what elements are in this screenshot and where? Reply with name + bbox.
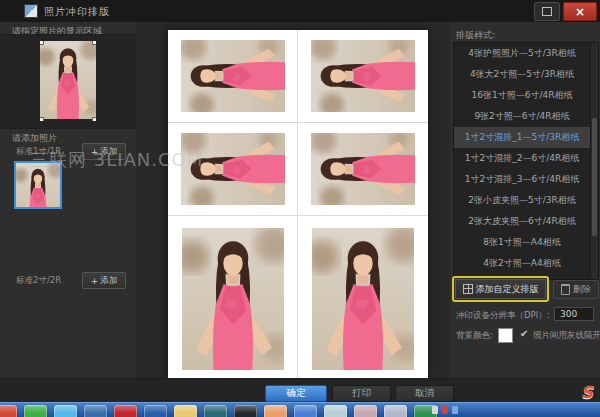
photo-1inch-rotated [311,133,415,205]
left-sidebar: 请指定照片的显示区域 请添加照片 标准1寸/1R + 添加 标准2寸/2R [0,22,137,378]
sheet-cell[interactable] [298,30,428,123]
layout-style-item[interactable]: 8张1寸照—A4相纸 [454,232,590,253]
layout-style-item[interactable]: 9张2寸照—6寸/4R相纸 [454,106,590,127]
resize-handle-topright[interactable] [92,41,96,45]
window-title: 照片冲印排版 [44,5,110,19]
dpi-input[interactable] [554,307,594,321]
footer-bar: 确定 打印 取消 [0,378,600,403]
layout-style-item[interactable]: 4张大2寸照—5寸/3R相纸 [454,64,590,85]
photo-1inch-rotated [311,40,415,112]
layout-style-header: 排版样式: [456,29,495,42]
resize-handle-topleft[interactable] [40,41,44,45]
app-icon [24,4,38,18]
layout-style-item[interactable]: 1寸2寸混排_3—6寸/4R相纸 [454,169,590,190]
sheet-cell[interactable] [298,216,428,382]
scrollbar-thumb[interactable] [592,118,597,236]
avatar-app-icon[interactable] [264,405,287,417]
layout-style-item[interactable]: 2张大皮夹照—6寸/4R相纸 [454,211,590,232]
scrollbar-track[interactable] [590,43,598,279]
sheet-cell[interactable] [298,123,428,216]
maximize-icon [542,7,552,16]
thumbnail-portrait-image [16,163,60,207]
photo-preview[interactable] [40,41,96,121]
opera-icon[interactable] [144,405,167,417]
right-panel: 排版样式: 4张护照照片—5寸/3R相纸4张大2寸照—5寸/3R相纸16张1寸照… [450,22,600,378]
layout-style-item[interactable]: 16张1寸照—6寸/4R相纸 [454,85,590,106]
checkmark-icon[interactable]: ✔ [520,328,528,339]
dpi-label: 冲印设备分辨率（DPI）: [456,310,550,322]
layout-style-list: 4张护照照片—5寸/3R相纸4张大2寸照—5寸/3R相纸16张1寸照—6寸/4R… [453,42,599,280]
print-sheet [168,30,428,382]
layout-style-item[interactable]: 2张小皮夹照—5寸/3R相纸 [454,190,590,211]
background-color-label: 背景颜色: [456,330,493,342]
folder-icon[interactable] [174,405,197,417]
close-button[interactable]: × [563,2,597,21]
windows-taskbar [0,402,600,417]
blue-app-icon[interactable] [84,405,107,417]
taskbar-icons [0,405,437,417]
photo-app-icon-1[interactable] [324,405,347,417]
photo-preview-area [0,34,136,129]
layout-style-item[interactable]: 1寸2寸混排_1—5寸/3R相纸 [454,127,590,148]
tray-icon-3[interactable] [452,406,458,414]
close-icon: × [575,5,585,19]
green-media-icon[interactable] [24,405,47,417]
photo-group-1r: 标准1寸/1R + 添加 [10,143,128,159]
particles-app-icon[interactable] [204,405,227,417]
tray-icon-2[interactable] [442,406,448,414]
photo-group-2r: 标准2寸/2R + 添加 [10,272,128,288]
photo-1inch-rotated [181,40,285,112]
custom-layout-icon [463,284,473,294]
layout-style-item[interactable]: 4张2寸照—A4相纸 [454,253,590,274]
sogou-icon[interactable]: S [577,384,597,401]
plus-icon: + [91,276,99,286]
ok-button[interactable]: 确定 [265,385,327,402]
skype-icon[interactable] [54,405,77,417]
group-1r-label: 标准1寸/1R [16,146,61,158]
custom-layout-highlight-box: 添加自定义排版 [452,276,549,302]
plus-icon: + [91,147,99,157]
photo-2inch-portrait [182,228,284,370]
photo-app-icon-3[interactable] [384,405,407,417]
maximize-button[interactable] [534,2,560,21]
layout-style-item[interactable]: 1寸2寸混排_2—6寸/4R相纸 [454,148,590,169]
layout-style-items: 4张护照照片—5寸/3R相纸4张大2寸照—5寸/3R相纸16张1寸照—6寸/4R… [454,43,590,280]
cancel-button[interactable]: 取消 [395,385,454,402]
preview-portrait-image [40,41,96,121]
gray-line-label: 照片间用灰线隔开 [533,330,600,342]
photo-print-layout-window: 照片冲印排版 × 请指定照片的显示区域 请添加照片 标准1寸/1R + 添加 [0,0,600,417]
fl-studio-icon[interactable] [114,405,137,417]
group-2r-label: 标准2寸/2R [16,275,61,287]
add-custom-layout-button[interactable]: 添加自定义排版 [455,279,546,299]
canvas-area [136,22,450,378]
sheet-cell[interactable] [168,30,298,123]
trash-icon [561,284,570,295]
resize-handle-bottomleft[interactable] [40,117,44,121]
photo-2inch-portrait [312,228,414,370]
photo-thumbnail-selected[interactable] [14,161,62,209]
print-button[interactable]: 打印 [332,385,391,402]
layout-style-item[interactable]: 4张护照照片—5寸/3R相纸 [454,43,590,64]
dpi-setting-row: 冲印设备分辨率（DPI）: [456,307,600,323]
photo-app-icon-2[interactable] [354,405,377,417]
add-2r-photo-button[interactable]: + 添加 [82,272,126,289]
screenshot-app-icon[interactable] [234,405,257,417]
background-color-row: 背景颜色: ✔ 照片间用灰线隔开 [456,327,600,343]
sheet-cell[interactable] [168,123,298,216]
delete-layout-button[interactable]: 删除 [553,280,599,299]
sheet-cell[interactable] [168,216,298,382]
add-1r-photo-button[interactable]: + 添加 [82,143,126,160]
red-app-icon[interactable] [0,405,17,417]
photo-1inch-rotated [181,133,285,205]
messenger-icon[interactable] [294,405,317,417]
resize-handle-bottomright[interactable] [92,117,96,121]
system-tray [432,406,458,414]
background-color-swatch[interactable] [498,328,513,343]
tray-icon-1[interactable] [432,406,438,414]
title-bar: 照片冲印排版 × [0,0,600,23]
